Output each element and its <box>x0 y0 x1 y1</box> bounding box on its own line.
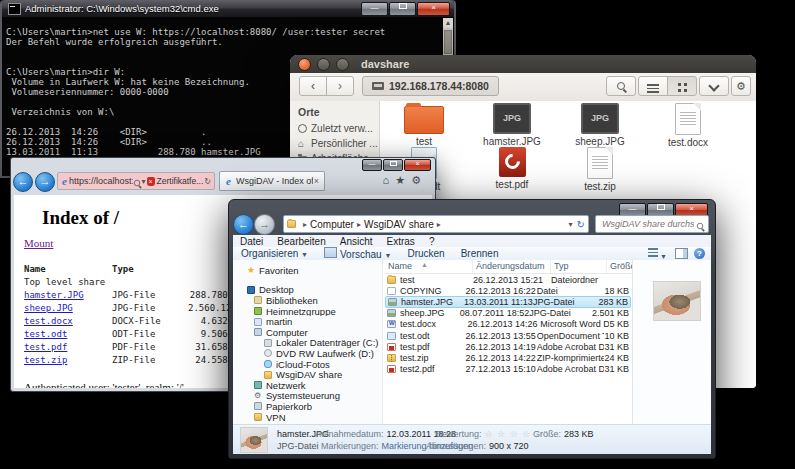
search-dropdown-icon[interactable]: ▾ <box>142 177 146 186</box>
forward-button[interactable]: › <box>326 76 354 96</box>
preview-pane-button[interactable] <box>675 248 688 259</box>
menu-bearbeiten[interactable]: Bearbeiten <box>270 236 332 247</box>
odt-file-icon <box>387 332 396 340</box>
home-icon[interactable]: ⌂ <box>383 174 396 186</box>
file-link[interactable]: test.odt <box>24 329 67 339</box>
back-button[interactable]: ← <box>13 172 33 192</box>
file-item[interactable]: test.docx <box>644 103 732 147</box>
nav-item-systemsteuerung[interactable]: ⚙Systemsteuerung <box>233 391 382 402</box>
mount-link[interactable]: Mount <box>24 237 53 249</box>
table-row[interactable]: COPYING 26.12.2013 16:22 Datei 18 KB <box>385 285 631 296</box>
scrollbar-thumb[interactable] <box>444 30 452 54</box>
table-row[interactable]: test 26.12.2013 15:21 Dateiordner <box>385 274 631 285</box>
breadcrumb-share[interactable]: WsgiDAV share <box>364 219 434 230</box>
hamster-photo-preview <box>653 281 701 321</box>
location-button[interactable]: 192.168.178.44:8080 <box>362 76 499 96</box>
file-link[interactable]: test.pdf <box>24 342 67 352</box>
cmd-window-title: Administrator: C:\Windows\system32\cmd.e… <box>25 3 361 14</box>
search-button[interactable] <box>606 76 636 96</box>
file-link[interactable]: test.docx <box>24 316 73 326</box>
maximize-button[interactable] <box>336 58 349 71</box>
search-box[interactable] <box>595 215 709 233</box>
nav-item-bibliotheken[interactable]: Bibliotheken <box>233 295 382 306</box>
column-header-name[interactable]: Name▲ <box>385 260 473 273</box>
address-dropdown-icon[interactable]: ▾ <box>569 220 573 229</box>
nav-item-icloud[interactable]: iCloud-Fotos <box>233 359 382 370</box>
forward-button[interactable]: → <box>35 172 55 192</box>
organize-button[interactable]: Organisieren ▼ <box>233 248 316 259</box>
table-row-selected[interactable]: hamster.JPG 13.03.2011 11:13 JPG-Datei 2… <box>385 296 631 307</box>
certificate-error-text[interactable]: Zertifikatfe... <box>157 176 204 186</box>
close-button[interactable]: × <box>417 2 450 16</box>
image-file-icon <box>387 309 396 317</box>
file-item[interactable]: JPG hamster.JPG <box>468 103 556 147</box>
cmd-title-bar[interactable]: Administrator: C:\Windows\system32\cmd.e… <box>2 0 454 17</box>
file-item[interactable]: test.pdf <box>468 147 556 191</box>
address-bar[interactable]: ▸ Computer ▸ WsgiDAV share ▸ ▾ ↻ <box>283 215 589 233</box>
browser-tab[interactable]: e WsgiDAV - Index of / × <box>219 171 325 191</box>
burn-button[interactable]: Brennen <box>453 248 507 259</box>
zoom-dropdown-button[interactable] <box>699 76 729 96</box>
column-header-size[interactable]: Größe <box>607 260 631 273</box>
menu-datei[interactable]: Datei <box>233 236 270 247</box>
menu-ansicht[interactable]: Ansicht <box>333 236 380 247</box>
refresh-icon[interactable]: ↻ <box>577 219 585 230</box>
sidebar-item-home[interactable]: ⌂ Persönlicher ... <box>290 136 379 151</box>
restore-button[interactable] <box>389 2 416 16</box>
menu-extras[interactable]: Extras <box>380 236 422 247</box>
back-button[interactable]: ‹ <box>299 76 327 96</box>
sidebar-item-recent[interactable]: Zuletzt verw... <box>290 121 379 136</box>
nav-item-user[interactable]: martin <box>233 316 382 327</box>
close-button[interactable]: × <box>404 159 431 171</box>
file-item[interactable]: test <box>380 103 468 147</box>
nav-item-netzwerk[interactable]: Netzwerk <box>233 380 382 391</box>
search-icon[interactable] <box>133 180 139 186</box>
address-bar[interactable]: e https://localhost:8080/ ▾ × Zertifikat… <box>57 172 215 190</box>
list-view-button[interactable] <box>638 76 668 96</box>
nav-item-desktop[interactable]: Desktop <box>233 285 382 296</box>
table-row[interactable]: test2.pdf 27.12.2013 15:10 Adobe Acrobat… <box>385 364 631 375</box>
refresh-icon[interactable]: ↻ <box>204 177 211 186</box>
file-link[interactable]: sheep.JPG <box>24 303 73 313</box>
minimize-button[interactable]: — <box>361 2 388 16</box>
print-button[interactable]: Drucken <box>399 248 452 259</box>
breadcrumb-computer[interactable]: Computer <box>310 219 354 230</box>
nav-item-vpn[interactable]: VPN <box>233 412 382 423</box>
maximize-button[interactable] <box>383 159 403 171</box>
help-button[interactable]: ? <box>694 248 705 259</box>
preview-button[interactable]: Vorschau ▼ <box>316 247 399 260</box>
nav-item-papierkorb[interactable]: Papierkorb <box>233 401 382 412</box>
nav-item-local-disk[interactable]: Lokaler Datenträger (C:) <box>233 338 382 349</box>
nav-item-computer[interactable]: Computer <box>233 327 382 338</box>
favorites-icon[interactable]: ★ <box>395 174 411 186</box>
table-row[interactable]: sheep.JPG 08.07.2011 18:52 JPG-Datei 2.5… <box>385 308 631 319</box>
settings-button[interactable]: ⚙ <box>731 76 751 96</box>
nav-item-favoriten[interactable]: ★Favoriten <box>233 265 382 276</box>
table-row[interactable]: test.zip 26.12.2013 14:22 ZIP-komprimier… <box>385 352 631 363</box>
nav-item-heimnetzgruppe[interactable]: Heimnetzgruppe <box>233 306 382 317</box>
file-item[interactable]: test.zip <box>556 147 644 191</box>
file-item[interactable]: JPG sheep.JPG <box>556 103 644 147</box>
table-row[interactable]: test.pdf 26.12.2013 14:19 Adobe Acrobat … <box>385 341 631 352</box>
views-button[interactable]: ▼ <box>648 246 667 261</box>
forward-button[interactable]: → <box>254 214 275 235</box>
menu-hilfe[interactable]: ? <box>422 236 442 247</box>
back-button[interactable]: ← <box>233 214 254 235</box>
scroll-up-icon[interactable]: ▲ <box>443 18 453 28</box>
minimize-button[interactable]: — <box>362 159 382 171</box>
tab-close-icon[interactable]: × <box>313 176 320 186</box>
minimize-button[interactable] <box>317 58 330 71</box>
close-button[interactable] <box>298 58 311 71</box>
nav-item-dvd[interactable]: DVD RW Laufwerk (D:) <box>233 348 382 359</box>
nautilus-title-bar[interactable]: davshare <box>290 55 756 73</box>
column-header-type[interactable]: Typ <box>551 260 607 273</box>
file-link[interactable]: hamster.JPG <box>24 290 84 300</box>
settings-icon[interactable]: ⚙ <box>411 174 427 186</box>
column-header-date[interactable]: Änderungsdatum <box>473 260 551 273</box>
file-link[interactable]: test.zip <box>24 355 67 365</box>
nav-item-wsgidav-share[interactable]: WsgiDAV share <box>233 369 382 380</box>
grid-view-button[interactable] <box>667 76 697 96</box>
search-input[interactable] <box>600 218 696 230</box>
table-row[interactable]: test.odt 26.12.2013 13:55 OpenDocument T… <box>385 330 631 341</box>
table-row[interactable]: test.docx 26.12.2013 14:26 Microsoft Wor… <box>385 319 631 330</box>
